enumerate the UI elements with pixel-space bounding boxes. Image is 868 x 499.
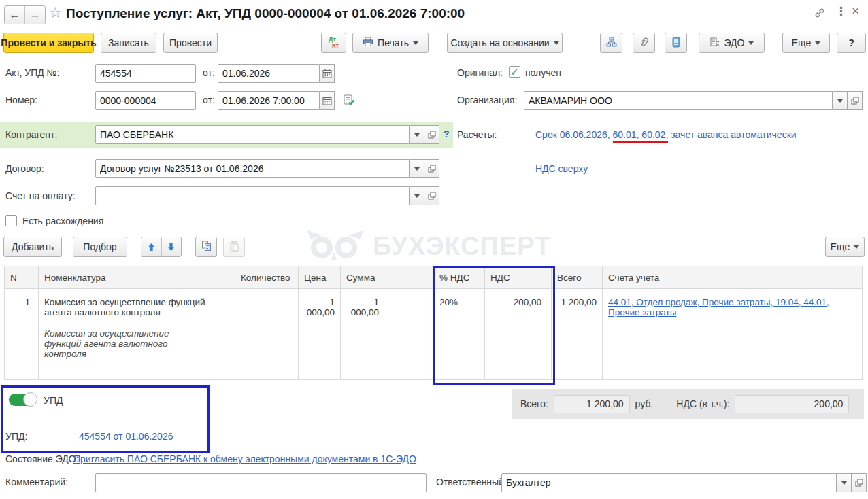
paste-rows-button[interactable] [223, 237, 245, 257]
from-label: от: [203, 67, 215, 78]
printer-icon [363, 37, 373, 49]
document-window: ← → ☆ Поступление услуг: Акт, УПД 0000-0… [0, 0, 868, 499]
cell-nomenclature[interactable]: Комиссия за осуществление функций агента… [39, 289, 235, 380]
upd-toggle[interactable] [9, 394, 36, 406]
original-checkbox[interactable]: ✓ [509, 66, 520, 78]
dropdown-button[interactable] [837, 473, 852, 492]
contract-input[interactable] [95, 159, 410, 178]
edo-exchange-icon [710, 37, 720, 50]
act-date-input[interactable] [218, 64, 320, 83]
document-check-icon[interactable] [343, 94, 355, 108]
cell-vat-rate[interactable]: 20% [434, 289, 485, 380]
dropdown-button[interactable] [833, 91, 848, 110]
col-header-price[interactable]: Цена [299, 266, 341, 289]
pick-button[interactable]: Подбор [73, 237, 127, 257]
number-input[interactable] [95, 91, 196, 110]
close-icon[interactable]: × [852, 3, 859, 18]
contragent-label: Контрагент: [5, 129, 57, 140]
col-header-vat[interactable]: НДС [485, 266, 552, 289]
move-down-icon[interactable] [162, 237, 182, 256]
more-button[interactable]: Еще [782, 33, 830, 53]
open-button[interactable] [424, 159, 439, 178]
cell-price[interactable]: 1 000,00 [299, 289, 341, 380]
dropdown-button[interactable] [410, 186, 424, 205]
calendar-icon[interactable] [320, 64, 335, 83]
cell-quantity[interactable] [235, 289, 299, 380]
calendar-icon[interactable] [320, 91, 335, 110]
open-button[interactable] [852, 473, 867, 492]
structure-report-button[interactable] [600, 33, 622, 53]
add-row-button[interactable]: Добавить [3, 237, 62, 257]
post-and-close-button[interactable]: Провести и закрыть [3, 33, 94, 53]
chevron-down-icon [414, 167, 420, 173]
upd-document-link[interactable]: 454554 от 01.06.2026 [79, 431, 173, 442]
responsible-input[interactable] [501, 473, 837, 492]
edo-button[interactable]: ЭДО [699, 33, 765, 53]
invoice-input[interactable] [95, 186, 410, 205]
dtkt-postings-button[interactable]: Дт Кт [321, 33, 346, 53]
favorite-star-icon[interactable]: ☆ [49, 5, 62, 21]
move-up-icon[interactable] [141, 237, 162, 256]
comment-input[interactable] [95, 473, 427, 492]
col-header-nomenclature[interactable]: Номенклатура [39, 266, 235, 289]
forward-icon[interactable]: → [25, 6, 45, 24]
check-icon: ✓ [510, 67, 519, 77]
table-row[interactable]: 1 Комиссия за осуществление функций аген… [5, 289, 863, 380]
table-header-row: N Номенклатура Количество Цена Сумма % Н… [5, 266, 863, 289]
vat-mode-link[interactable]: НДС сверху [535, 163, 588, 174]
cell-n[interactable]: 1 [5, 289, 39, 380]
chevron-down-icon [837, 99, 843, 105]
comment-label: Комментарий: [5, 477, 68, 487]
open-button[interactable] [848, 91, 863, 110]
cell-accounts[interactable]: 44.01, Отдел продаж, Прочие затраты, 19.… [603, 289, 863, 380]
responsible-label: Ответственный: [436, 477, 507, 487]
print-button[interactable]: Печать [352, 33, 429, 53]
col-header-sum[interactable]: Сумма [341, 266, 434, 289]
chevron-down-icon [414, 194, 420, 201]
nav-buttons: ← → [4, 5, 46, 24]
open-button[interactable] [424, 186, 439, 205]
nomenclature-content: Комиссия за осуществление функций агента… [44, 328, 204, 359]
total-value: 1 200,00 [554, 395, 630, 413]
cell-total[interactable]: 1 200,00 [552, 289, 603, 380]
dropdown-button[interactable] [410, 125, 424, 144]
chevron-down-icon [414, 133, 420, 139]
discrepancies-checkbox[interactable] [5, 215, 17, 226]
table-more-button[interactable]: Еще [825, 237, 865, 257]
currency-label: руб. [635, 398, 654, 409]
document-register-button[interactable] [665, 33, 687, 53]
contragent-input[interactable] [95, 125, 410, 144]
contract-label: Договор: [5, 163, 44, 174]
open-button[interactable] [424, 125, 439, 144]
number-date-input[interactable] [218, 91, 320, 110]
get-link-icon[interactable] [814, 7, 826, 21]
act-number-input[interactable] [95, 64, 196, 83]
col-header-vat-rate[interactable]: % НДС [434, 266, 485, 289]
vat-incl-value: 200,00 [735, 395, 849, 413]
dropdown-button[interactable] [410, 159, 424, 178]
edo-state-label: Состояние ЭДО: [5, 453, 79, 464]
post-button[interactable]: Провести [163, 33, 218, 53]
settlements-link[interactable]: Срок 06.06.2026, 60.01, 60.02, зачет ава… [535, 129, 797, 140]
save-button[interactable]: Записать [101, 33, 156, 53]
cell-vat[interactable]: 200,00 [485, 289, 552, 380]
kebab-menu-icon[interactable]: ⋮ [835, 4, 847, 18]
edo-state-link[interactable]: Пригласить ПАО СБЕРБАНК к обмену электро… [73, 453, 416, 464]
accounts-link[interactable]: 44.01, Отдел продаж, Прочие затраты, 19.… [608, 297, 836, 317]
settlements-label: Расчеты: [457, 129, 497, 140]
col-header-total[interactable]: Всего [552, 266, 603, 289]
organization-input[interactable] [524, 91, 833, 110]
create-based-on-button[interactable]: Создать на основании [447, 33, 563, 53]
upd-toggle-label: УПД [44, 395, 63, 406]
col-header-quantity[interactable]: Количество [235, 266, 299, 289]
cell-sum[interactable]: 1 000,00 [341, 289, 434, 380]
copy-rows-button[interactable] [195, 237, 217, 257]
col-header-accounts[interactable]: Счета учета [603, 266, 863, 289]
red-underline-annotation: 60.01, 60.02, [613, 129, 669, 143]
help-button[interactable]: ? [837, 33, 866, 53]
open-icon [851, 97, 859, 105]
attachments-button[interactable] [633, 33, 655, 53]
contragent-help-link[interactable]: ? [444, 128, 450, 139]
col-header-n[interactable]: N [5, 266, 39, 289]
back-icon[interactable]: ← [5, 6, 25, 24]
